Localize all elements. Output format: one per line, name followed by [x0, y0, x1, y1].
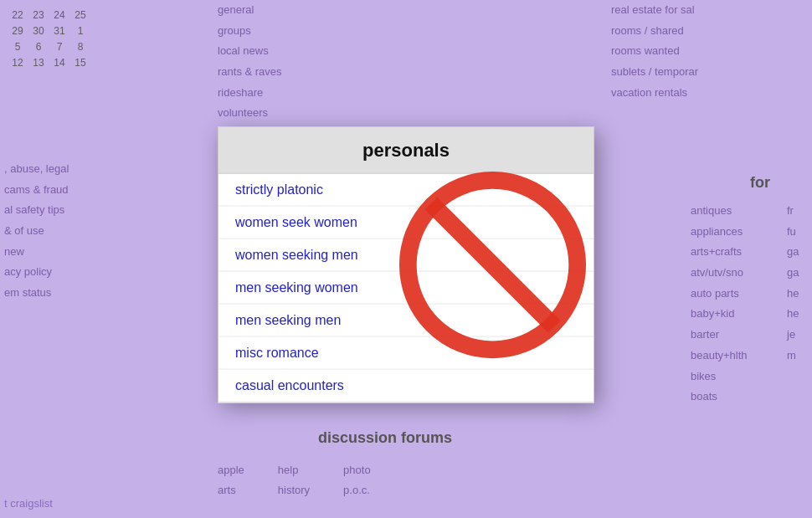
left-links: , abuse, legalcams & fraudal safety tips… [4, 159, 155, 304]
right-top-link[interactable]: sublets / temporar [611, 62, 812, 83]
calendar-cell: 8 [71, 40, 90, 54]
right-fr-link[interactable]: fr [787, 201, 812, 222]
calendar-cell: 6 [29, 40, 48, 54]
for-label: for [750, 174, 770, 192]
discussion-forums-header: discussion forums [218, 429, 552, 447]
calendar-cell: 29 [8, 24, 27, 38]
forum-link[interactable]: history [278, 480, 310, 501]
right-top-link[interactable]: vacation rentals [611, 83, 812, 104]
modal-item[interactable]: casual encounters [218, 369, 594, 402]
right-fr-link[interactable]: ga [787, 263, 812, 284]
forum-link[interactable]: help [278, 460, 310, 481]
calendar-cell: 13 [29, 56, 48, 69]
forum-links: appleartshelphistoryphotop.o.c. [218, 460, 371, 501]
modal-header: personals [218, 127, 594, 173]
calendar-cell: 31 [50, 24, 69, 38]
right-fr-link[interactable]: he [787, 304, 812, 325]
modal-item[interactable]: strictly platonic [218, 173, 594, 206]
right-top-section: real estate for salrooms / sharedrooms w… [611, 0, 812, 103]
left-nav-link[interactable]: new [4, 242, 155, 263]
left-nav-link[interactable]: cams & fraud [4, 180, 155, 201]
right-fr-link[interactable]: he [787, 284, 812, 305]
calendar-cell: 25 [71, 8, 90, 22]
bottom-left: t craigslist [4, 497, 53, 510]
right-sale-link[interactable]: boats [691, 387, 808, 408]
calendar-cell: 30 [29, 24, 48, 38]
center-top-link[interactable]: general [218, 0, 377, 21]
forum-link[interactable]: p.o.c. [343, 480, 371, 501]
forum-link[interactable]: photo [343, 460, 371, 481]
calendar-cell: 14 [50, 56, 69, 69]
center-top-link[interactable]: local news [218, 41, 377, 62]
modal-body: strictly platonicwomen seek womenwomen s… [218, 173, 594, 402]
right-sale-link[interactable]: bikes [691, 367, 808, 387]
forum-link[interactable]: apple [218, 460, 244, 481]
center-top-link[interactable]: rants & raves [218, 62, 377, 83]
modal-item[interactable]: women seek women [218, 206, 594, 238]
calendar-cell: 22 [8, 8, 27, 22]
left-nav-link[interactable]: & of use [4, 221, 155, 242]
modal-item[interactable]: women seeking men [218, 238, 594, 271]
right-top-link[interactable]: rooms wanted [611, 41, 812, 62]
modal-item[interactable]: men seeking men [218, 304, 594, 336]
calendar-cell: 23 [29, 8, 48, 22]
modal-item[interactable]: misc romance [218, 336, 594, 369]
calendar-cell: 1 [71, 24, 90, 38]
calendar: 222324252930311567812131415 [8, 8, 90, 79]
right-top-link[interactable]: real estate for sal [611, 0, 812, 21]
left-nav-link[interactable]: em status [4, 283, 155, 304]
calendar-cell: 15 [71, 56, 90, 69]
calendar-cell: 7 [50, 40, 69, 54]
right-fr-links: frfugagahehejem [787, 201, 812, 367]
left-nav-link[interactable]: al safety tips [4, 200, 155, 221]
calendar-cell: 5 [8, 40, 27, 54]
calendar-cell: 24 [50, 8, 69, 22]
right-top-link[interactable]: rooms / shared [611, 21, 812, 42]
left-nav-link[interactable]: , abuse, legal [4, 159, 155, 180]
right-fr-link[interactable]: ga [787, 242, 812, 263]
center-top-link[interactable]: rideshare [218, 83, 377, 104]
center-top-link[interactable]: volunteers [218, 103, 377, 124]
right-fr-link[interactable]: m [787, 346, 812, 367]
forum-link[interactable]: arts [218, 480, 244, 501]
modal-title: personals [362, 139, 450, 160]
modal: personals strictly platonicwomen seek wo… [218, 126, 594, 403]
center-top-link[interactable]: groups [218, 21, 377, 42]
modal-item[interactable]: men seeking women [218, 271, 594, 304]
center-top-section: generalgroupslocal newsrants & ravesride… [218, 0, 377, 124]
right-fr-link[interactable]: je [787, 325, 812, 346]
left-nav-link[interactable]: acy policy [4, 262, 155, 283]
calendar-cell: 12 [8, 56, 27, 69]
right-fr-link[interactable]: fu [787, 222, 812, 243]
